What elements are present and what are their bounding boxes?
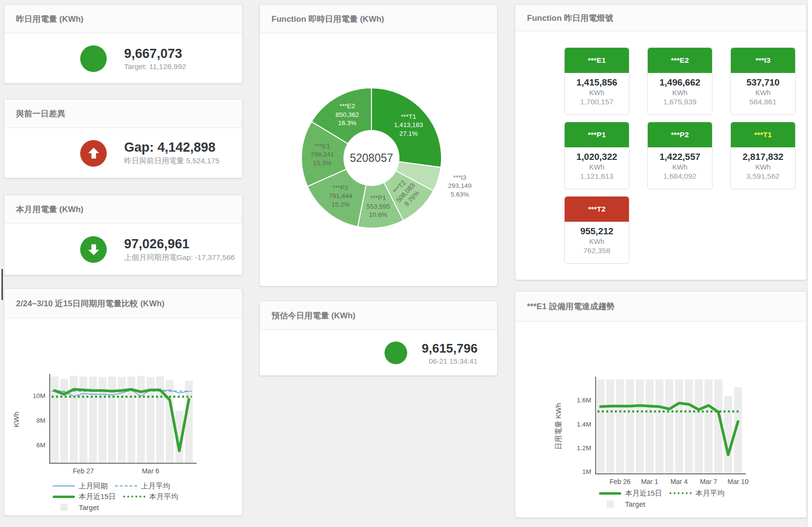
legend-swatch-line-icon [52,485,75,486]
y-tick-label: 1.6M [577,397,591,404]
tile-target-value: 1,121,613 [565,172,629,181]
target-bar [675,379,683,474]
target-bar [685,379,693,474]
legend-label: Target [79,503,99,512]
x-tick-label: Feb 26 [610,478,631,485]
tile-header: ***T1 [731,122,795,147]
arrow-down-circle-icon [80,236,107,263]
y-axis-label: KWh [12,412,20,427]
tile-unit: KWh [565,163,629,171]
legend-item[interactable]: 本月近15日 [598,489,662,498]
y-tick-label: 1.2M [577,444,591,452]
target-bar [724,396,732,474]
tile-header: ***P1 [565,122,629,147]
tile-unit: KWh [731,89,795,97]
panel-title: 預估今日用電量 (KWh) [271,310,356,321]
legend-label: 上月同期 [79,482,108,491]
target-bar [636,379,644,474]
light-tile-E2[interactable]: ***E21,496,662KWh1,675,939 [647,47,712,115]
tile-header: ***E2 [648,48,712,73]
compare-chart-legend: 上月同期上月平均本月近15日本月平均Target [4,481,242,513]
legend-item[interactable]: 本月近15日 [52,492,116,501]
target-bar [616,379,624,474]
y-tick-label: 1M [582,468,591,475]
scrollbar-track[interactable] [807,0,812,527]
panel-header: Function 昨日用電燈號 [515,5,806,31]
panel-title: 昨日用電量 (KWh) [16,14,84,25]
target-bar [704,379,712,474]
panel-15day-compare: 2/24~3/10 近15日同期用電量比較 (KWh) 6M8M10MFeb 2… [4,288,242,516]
legend-item[interactable]: 上月平均 [114,482,170,491]
legend-label: 本月平均 [149,492,178,501]
legend-item[interactable]: Target [598,500,645,508]
target-bar [665,379,673,474]
panel-header: 2/24~3/10 近15日同期用電量比較 (KWh) [4,289,242,318]
tile-header: ***E1 [565,48,629,73]
tile-target-value: 1,684,092 [648,172,712,181]
legend-row: 上月同期上月平均 [52,481,242,491]
tile-unit: KWh [565,238,629,245]
tile-target-value: 762,358 [565,246,629,255]
legend-item[interactable]: 本月平均 [669,489,725,498]
legend-label: 本月平均 [696,489,725,498]
panel-month-usage: 本月用電量 (KWh) 97,026,961 上個月同期用電Gap: -17,3… [4,195,242,275]
light-tile-E1[interactable]: ***E11,415,856KWh1,700,157 [564,47,629,115]
tile-target-value: 3,591,562 [731,172,795,181]
yesterday-usage-value: 9,667,073 [124,46,186,61]
month-usage-gap: 上個月同期用電Gap: -17,377,566 [124,253,235,263]
legend-item[interactable]: Target [52,503,99,512]
yesterday-usage-target: Target: 11,128,992 [124,62,186,71]
panel-title: ***E1 設備用電達成趨勢 [527,301,614,312]
panel-title: 本月用電量 (KWh) [16,204,84,215]
tile-unit: KWh [648,163,712,171]
legend-row: Target [52,502,242,513]
tile-value: 1,415,856 [565,77,629,88]
tile-header: ***I3 [731,48,795,73]
tile-unit: KWh [648,89,712,97]
target-bar [695,379,703,474]
tile-header: ***P2 [648,122,712,147]
tile-target-value: 1,700,157 [565,98,629,106]
x-tick-label: Mar 1 [641,478,658,485]
donut-center-total: 5208057 [350,152,393,164]
target-bar [108,376,116,463]
legend-item[interactable]: 上月同期 [52,482,108,491]
light-tile-T1[interactable]: ***T12,817,832KWh3,591,562 [730,122,796,189]
panel-realtime-donut: Function 即時日用電量 (KWh) ***T11,413,18327.1… [259,4,498,286]
status-circle-icon [385,342,407,364]
e1-trend-chart-legend: 本月近15日本月平均Target [515,488,806,509]
y-tick-label: 6M [36,442,45,449]
compare-line-chart: 6M8M10MFeb 27Mar 6KWh [4,318,243,479]
tile-value: 1,496,662 [648,77,712,88]
target-bar [597,379,605,474]
legend-item[interactable]: 本月平均 [123,492,178,501]
light-tile-P2[interactable]: ***P21,422,557KWh1,684,092 [647,122,712,189]
realtime-usage-donut-chart: ***T11,413,18327.1%***I3293,1495.63%***T… [260,33,498,286]
legend-row: Target [598,499,806,509]
legend-swatch-thick-icon [598,492,622,495]
panel-title: 與前一日差異 [16,108,65,119]
panel-yesterday-lights: Function 昨日用電燈號 ***E11,415,856KWh1,700,1… [515,4,807,280]
arrow-up-circle-icon [80,140,107,167]
tile-value: 537,710 [731,77,795,88]
panel-header: 本月用電量 (KWh) [4,195,242,224]
panel-today-estimate: 預估今日用電量 (KWh) 9,615,796 06-21 15:34:41 [259,301,498,376]
dashboard-page: 昨日用電量 (KWh) 9,667,073 Target: 11,128,992… [0,0,812,527]
y-tick-label: 8M [36,417,45,424]
tile-value: 1,020,322 [565,152,629,162]
today-estimate-value: 9,615,796 [422,341,478,356]
panel-e1-trend: ***E1 設備用電達成趨勢 1M1.2M1.4M1.6MFeb 26Mar 1… [515,291,807,518]
panel-header: 預估今日用電量 (KWh) [260,301,497,330]
target-bar [606,379,614,474]
day-gap-value: Gap: 4,142,898 [124,140,219,155]
light-tile-T2[interactable]: ***T2955,212KWh762,358 [564,196,629,264]
legend-row: 本月近15日本月平均 [598,488,806,499]
light-tile-I3[interactable]: ***I3537,710KWh584,861 [730,47,796,115]
panel-title: 2/24~3/10 近15日同期用電量比較 (KWh) [16,298,165,309]
light-tile-P1[interactable]: ***P11,020,322KWh1,121,613 [564,122,629,189]
panel-header: ***E1 設備用電達成趨勢 [515,292,806,322]
day-gap-subtitle: 昨日與前日用電量 5,524,175 [124,156,219,166]
month-usage-value: 97,026,961 [124,237,235,251]
legend-label: 上月平均 [141,482,170,491]
y-axis-label: 日用電量 KWh [554,403,562,450]
